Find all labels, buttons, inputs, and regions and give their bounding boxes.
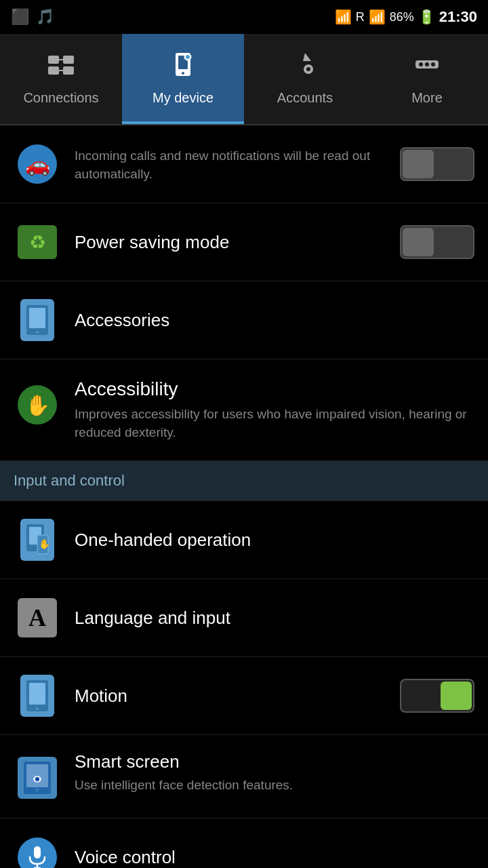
svg-rect-1 [63, 56, 74, 64]
section-header-input-control: Input and control [0, 461, 488, 501]
setting-voice-control[interactable]: Voice control [0, 818, 488, 868]
svg-point-26 [36, 707, 39, 710]
motion-title: Motion [75, 686, 400, 707]
svg-rect-2 [48, 66, 59, 75]
accessories-content: Accessories [75, 310, 474, 331]
screenshot-icon: ⬛ [11, 8, 29, 26]
incoming-calls-description: Incoming calls and new notifications wil… [75, 147, 400, 183]
setting-accessibility[interactable]: ✋ Accessibility Improves accessibility f… [0, 359, 488, 461]
svg-point-7 [182, 72, 184, 75]
connections-icon [47, 50, 75, 85]
svg-rect-25 [29, 683, 45, 705]
tab-my-device-label: My device [152, 90, 214, 106]
setting-smart-screen[interactable]: Smart screen Use intelligent face detect… [0, 735, 488, 818]
svg-rect-18 [29, 308, 45, 328]
power-saving-content: Power saving mode [75, 232, 400, 253]
battery-label: 86% [390, 10, 414, 24]
tab-connections-label: Connections [23, 90, 98, 106]
motion-toggle[interactable] [400, 679, 474, 713]
tab-accounts[interactable]: Accounts [244, 34, 366, 124]
language-input-icon: A [14, 594, 61, 642]
svg-text:✋: ✋ [39, 538, 49, 550]
svg-point-10 [186, 55, 190, 59]
wifi-icon: 📶 [335, 9, 352, 25]
tab-bar: Connections My device Accounts [0, 34, 488, 125]
smart-screen-title: Smart screen [75, 751, 474, 772]
svg-point-15 [425, 62, 429, 66]
incoming-calls-icon: 🚗 [14, 140, 61, 188]
svg-rect-0 [48, 56, 59, 64]
setting-motion[interactable]: Motion [0, 657, 488, 735]
status-bar-right: 📶 R 📶 86% 🔋 21:30 [335, 8, 477, 26]
section-header-label: Input and control [14, 472, 125, 489]
setting-accessories[interactable]: Accessories [0, 281, 488, 359]
svg-point-12 [306, 67, 310, 71]
accessibility-content: Accessibility Improves accessibility for… [75, 378, 474, 441]
more-icon [413, 50, 441, 85]
one-handed-icon: ✋ [14, 516, 61, 564]
toggle-knob-motion [441, 682, 472, 710]
one-handed-content: One-handed operation [75, 530, 474, 551]
language-input-title: Language and input [75, 608, 474, 629]
svg-point-16 [431, 62, 435, 66]
accessibility-title: Accessibility [75, 378, 474, 400]
setting-power-saving[interactable]: ♻ Power saving mode [0, 203, 488, 281]
voice-control-content: Voice control [75, 847, 474, 868]
incoming-calls-content: Incoming calls and new notifications wil… [75, 144, 400, 183]
voice-control-icon [14, 833, 61, 868]
toggle-knob [403, 150, 434, 178]
smart-screen-description: Use intelligent face detection features. [75, 776, 474, 795]
my-device-icon [169, 50, 197, 85]
incoming-calls-toggle[interactable] [400, 147, 474, 181]
status-bar-left: ⬛ 🎵 [11, 8, 54, 26]
accessories-title: Accessories [75, 310, 474, 331]
motion-icon [14, 672, 61, 719]
power-saving-title: Power saving mode [75, 232, 400, 253]
tab-more-label: More [411, 90, 443, 106]
svg-point-19 [36, 331, 39, 334]
svg-rect-3 [63, 66, 74, 75]
network-label: R [356, 10, 365, 24]
svg-rect-32 [34, 846, 41, 859]
setting-one-handed[interactable]: ✋ One-handed operation [0, 501, 488, 579]
status-bar: ⬛ 🎵 📶 R 📶 86% 🔋 21:30 [0, 0, 488, 34]
accounts-icon [291, 50, 319, 85]
tab-accounts-label: Accounts [277, 90, 333, 106]
accessibility-description: Improves accessibility for users who hav… [75, 406, 474, 441]
tab-connections[interactable]: Connections [0, 34, 122, 124]
svg-point-14 [419, 62, 423, 66]
one-handed-title: One-handed operation [75, 530, 474, 551]
toggle-knob-2 [403, 228, 434, 256]
accessories-icon [14, 296, 61, 344]
mute-icon: 🎵 [36, 8, 54, 26]
language-input-content: Language and input [75, 608, 474, 629]
voice-control-title: Voice control [75, 847, 474, 868]
tab-my-device[interactable]: My device [122, 34, 244, 124]
setting-language-input[interactable]: A Language and input [0, 579, 488, 657]
accessibility-icon: ✋ [14, 381, 61, 429]
power-saving-icon: ♻ [14, 218, 61, 266]
signal-icon: 📶 [369, 9, 386, 25]
battery-icon: 🔋 [418, 9, 435, 25]
motion-content: Motion [75, 686, 400, 707]
settings-list: 🚗 Incoming calls and new notifications w… [0, 125, 488, 868]
tab-more[interactable]: More [366, 34, 488, 124]
time-label: 21:30 [439, 8, 477, 26]
svg-point-31 [36, 789, 39, 791]
svg-point-30 [35, 777, 39, 781]
power-saving-toggle[interactable] [400, 225, 474, 259]
setting-incoming-calls[interactable]: 🚗 Incoming calls and new notifications w… [0, 125, 488, 203]
smart-screen-icon [14, 754, 61, 802]
smart-screen-content: Smart screen Use intelligent face detect… [75, 751, 474, 795]
